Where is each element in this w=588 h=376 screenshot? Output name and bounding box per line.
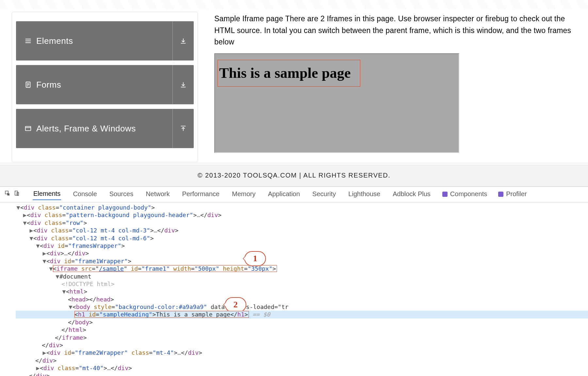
sample-heading: This is a sample page [218, 60, 360, 87]
sidebar-item-forms[interactable]: Forms [16, 65, 194, 104]
footer-text: © 2013-2020 TOOLSQA.COM | ALL RIGHTS RES… [0, 165, 588, 186]
tab-security[interactable]: Security [312, 188, 336, 200]
sidebar-item-elements[interactable]: Elements [16, 21, 194, 60]
sidebar: Elements Forms Alerts, Frame & Windows [12, 12, 198, 162]
tab-application[interactable]: Application [267, 188, 301, 200]
dom-tree[interactable]: ▼<div class="container playgound-body">▶… [0, 202, 588, 376]
download-icon[interactable] [180, 81, 187, 88]
page-top: Elements Forms Alerts, Frame & Windows S… [0, 0, 588, 162]
tab-sources[interactable]: Sources [109, 188, 134, 200]
devtools-panel: Elements Console Sources Network Perform… [0, 186, 588, 376]
sidebar-item-alerts-frames-windows[interactable]: Alerts, Frame & Windows [16, 109, 194, 148]
window-icon [24, 125, 32, 132]
device-icon[interactable] [14, 190, 20, 198]
description-text: Sample Iframe page There are 2 Iframes i… [214, 13, 576, 48]
iframe-frame1[interactable]: This is a sample page [214, 53, 459, 153]
tab-performance[interactable]: Performance [182, 188, 220, 200]
tab-profiler[interactable]: Profiler [498, 190, 527, 198]
tab-console[interactable]: Console [72, 188, 97, 200]
download-icon[interactable] [180, 37, 187, 44]
inspect-icon[interactable] [5, 190, 10, 198]
upload-icon[interactable] [180, 125, 187, 132]
main-content: Sample Iframe page There are 2 Iframes i… [214, 12, 576, 162]
svg-rect-3 [15, 191, 18, 195]
sidebar-item-label: Forms [36, 80, 61, 90]
svg-rect-1 [25, 127, 31, 131]
tab-components[interactable]: Components [442, 190, 487, 198]
sidebar-item-label: Alerts, Frame & Windows [36, 124, 136, 134]
tab-memory[interactable]: Memory [231, 188, 256, 200]
tab-lighthouse[interactable]: Lighthouse [348, 188, 381, 200]
tab-adblock[interactable]: Adblock Plus [392, 188, 431, 200]
devtools-tabbar: Elements Console Sources Network Perform… [0, 187, 588, 202]
tab-elements[interactable]: Elements [33, 188, 61, 200]
menu-icon [24, 37, 32, 44]
form-icon [24, 81, 32, 88]
sidebar-item-label: Elements [36, 36, 73, 46]
tab-network[interactable]: Network [145, 188, 170, 200]
